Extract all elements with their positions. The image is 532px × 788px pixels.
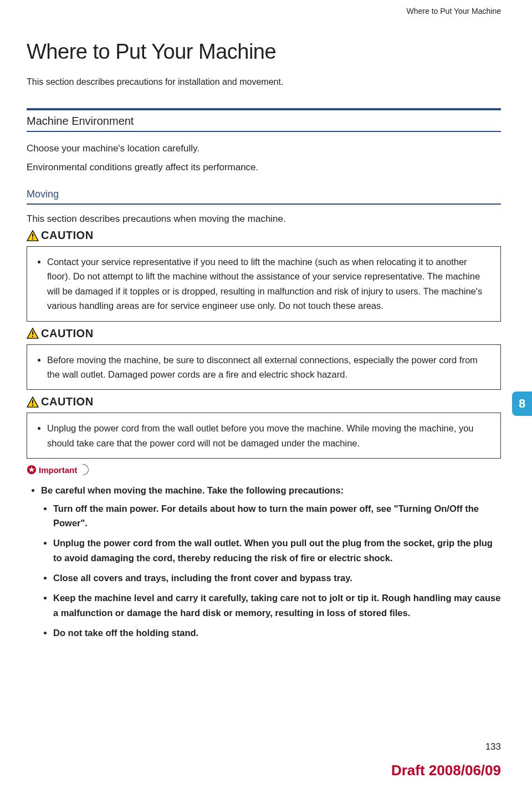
- caution-header: CAUTION: [27, 395, 501, 408]
- important-item: Close all covers and trays, including th…: [53, 571, 501, 585]
- page-title: Where to Put Your Machine: [27, 40, 501, 64]
- intro-text: This section describes precautions for i…: [27, 77, 501, 87]
- svg-rect-2: [32, 331, 33, 334]
- important-bubble: [83, 464, 89, 475]
- svg-rect-5: [32, 404, 33, 405]
- subsection-heading-moving: Moving: [27, 189, 501, 200]
- important-item: Unplug the power cord from the wall outl…: [53, 536, 501, 565]
- svg-rect-3: [32, 336, 33, 337]
- caution-header: CAUTION: [27, 229, 501, 242]
- section-rule: [27, 131, 501, 132]
- caution-header: CAUTION: [27, 327, 501, 340]
- caution-item: Before moving the machine, be sure to di…: [47, 353, 490, 382]
- chapter-tab: 8: [512, 392, 532, 416]
- important-item: Keep the machine level and carry it care…: [53, 591, 501, 620]
- important-label: Important: [39, 465, 83, 475]
- caution-box: Before moving the machine, be sure to di…: [27, 344, 501, 390]
- svg-rect-0: [32, 233, 33, 237]
- svg-rect-1: [32, 238, 33, 239]
- draft-watermark: Draft 2008/06/09: [391, 762, 501, 779]
- important-lead-text: Be careful when moving the machine. Take…: [41, 485, 344, 495]
- important-item: Do not take off the holding stand.: [53, 626, 501, 640]
- section-rule: [27, 108, 501, 110]
- warning-triangle-icon: [27, 230, 39, 241]
- important-header: Important: [27, 464, 501, 475]
- caution-label: CAUTION: [41, 395, 94, 408]
- body-text: Choose your machine's location carefully…: [27, 143, 501, 154]
- body-text: Environmental conditions greatly affect …: [27, 162, 501, 173]
- section-heading-environment: Machine Environment: [27, 115, 501, 128]
- important-item: Turn off the main power. For details abo…: [53, 501, 501, 531]
- caution-box: Contact your service representative if y…: [27, 246, 501, 322]
- important-list: Be careful when moving the machine. Take…: [27, 483, 501, 640]
- caution-item: Unplug the power cord from the wall outl…: [47, 421, 490, 450]
- caution-box: Unplug the power cord from the wall outl…: [27, 413, 501, 459]
- svg-rect-4: [32, 400, 33, 403]
- caution-label: CAUTION: [41, 229, 94, 242]
- star-circle-icon: [27, 465, 37, 475]
- important-lead: Be careful when moving the machine. Take…: [41, 483, 501, 640]
- section-rule: [27, 204, 501, 205]
- warning-triangle-icon: [27, 396, 39, 408]
- caution-label: CAUTION: [41, 327, 94, 340]
- warning-triangle-icon: [27, 328, 39, 339]
- running-header: Where to Put Your Machine: [27, 7, 501, 16]
- caution-item: Contact your service representative if y…: [47, 255, 490, 313]
- page-number: 133: [485, 741, 501, 753]
- body-text: This section describes precautions when …: [27, 213, 501, 225]
